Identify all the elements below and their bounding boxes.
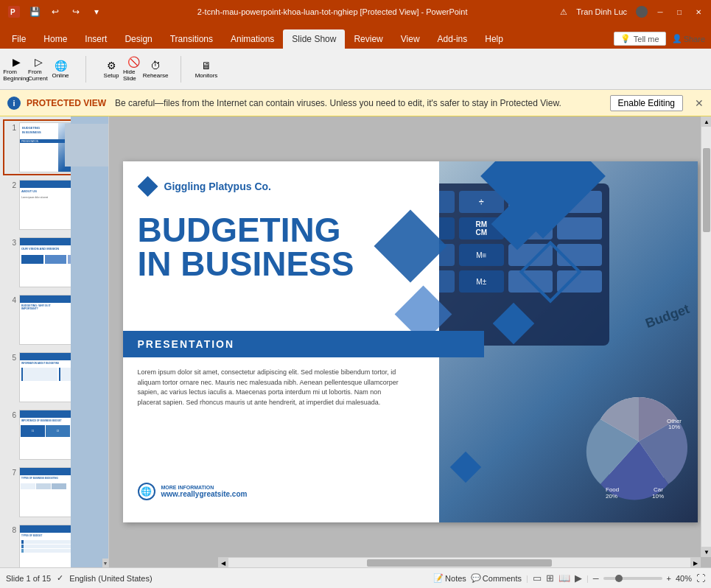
status-separator-2: | <box>586 574 589 583</box>
scroll-track-h <box>228 558 690 567</box>
hide-slide-button[interactable]: 🚫 Hide Slide <box>123 59 144 80</box>
status-separator-1: | <box>526 574 528 583</box>
close-protected-bar-button[interactable]: ✕ <box>695 97 704 109</box>
company-name-label: Giggling Platypus Co. <box>164 181 271 192</box>
scroll-track-v <box>701 127 711 547</box>
redo-button[interactable]: ↪ <box>68 4 84 20</box>
comments-button[interactable]: 💬 Comments <box>471 573 522 583</box>
zoom-plus-button[interactable]: + <box>667 574 671 583</box>
tab-design[interactable]: Design <box>116 29 161 49</box>
title-line1: BUDGETING <box>138 213 418 247</box>
maximize-button[interactable]: □ <box>673 5 686 18</box>
tell-me-box[interactable]: 💡 Tell me <box>614 32 666 46</box>
svg-text:10%: 10% <box>652 493 664 500</box>
tab-insert[interactable]: Insert <box>76 29 116 49</box>
slide-num-5: 5 <box>6 352 16 362</box>
present-online-button[interactable]: 🌐 Online <box>50 59 71 80</box>
slide-num-3: 3 <box>6 237 16 247</box>
share-button[interactable]: 👤 Share <box>672 34 705 43</box>
svg-text:10%: 10% <box>668 424 680 430</box>
main-area: ▲ 1 BUDGETING IN BUSINESS PRESENTATION 2… <box>0 116 711 567</box>
powerpoint-icon: P <box>6 4 22 20</box>
slide-num-8: 8 <box>6 525 16 534</box>
ribbon-tabs: File Home Insert Design Transitions Anim… <box>0 24 711 49</box>
logo-diamond-icon <box>138 176 158 197</box>
enable-editing-button[interactable]: Enable Editing <box>610 95 683 111</box>
tab-review[interactable]: Review <box>345 29 391 49</box>
scroll-up-button[interactable]: ▲ <box>701 116 711 127</box>
company-logo: Giggling Platypus Co. <box>138 176 271 197</box>
title-bar-left: P 💾 ↩ ↪ ▾ <box>6 4 105 20</box>
status-bar-right: 📝 Notes 💬 Comments | ▭ ⊞ 📖 ▶ | ─ + 40% ⛶ <box>433 573 705 584</box>
fit-slide-button[interactable]: ⛶ <box>696 573 705 584</box>
tab-animations[interactable]: Animations <box>222 29 283 49</box>
slide-thumb-4[interactable]: 4 BUDGETING: WHY IS ITIMPORTANT? <box>3 292 105 348</box>
monitors-group: 🖥 Monitors <box>196 59 217 80</box>
title-line2: IN BUSINESS <box>138 247 418 281</box>
more-info-label: MORE INFORMATION <box>161 485 248 490</box>
subtitle-label: PRESENTATION <box>138 338 235 350</box>
normal-view-button[interactable]: ▭ <box>533 573 542 584</box>
vertical-scrollbar[interactable]: ▲ ▼ <box>701 116 711 557</box>
slide-num-7: 7 <box>6 467 16 477</box>
website-url: www.reallygreatsite.com <box>161 490 248 498</box>
close-button[interactable]: ✕ <box>692 5 705 18</box>
spellcheck-icon[interactable]: ✓ <box>57 573 63 583</box>
scroll-thumb-h[interactable] <box>367 559 552 567</box>
scroll-thumb-v[interactable] <box>703 148 710 232</box>
presentation-bar: PRESENTATION <box>123 331 484 357</box>
tab-addins[interactable]: Add-ins <box>429 29 477 49</box>
protected-view-label: PROTECTED VIEW <box>27 98 106 108</box>
lightbulb-icon: 💡 <box>620 34 631 43</box>
person-icon: 👤 <box>672 34 682 43</box>
comments-icon: 💬 <box>471 573 481 583</box>
save-button[interactable]: 💾 <box>27 4 43 20</box>
slide-panel-scroll-down[interactable]: ▼ <box>102 559 108 567</box>
user-label: Tran Dinh Luc <box>576 7 627 16</box>
slide-num-4: 4 <box>6 295 16 304</box>
slide-sorter-button[interactable]: ⊞ <box>546 573 554 584</box>
customize-qat-button[interactable]: ▾ <box>88 4 105 20</box>
status-bar-left: Slide 1 of 15 ✓ English (United States) <box>6 573 424 583</box>
ribbon-separator-1 <box>85 56 86 83</box>
protected-view-bar: i PROTECTED VIEW Be careful—files from t… <box>0 90 711 116</box>
reading-view-button[interactable]: 📖 <box>558 573 570 584</box>
tab-home[interactable]: Home <box>35 29 76 49</box>
zoom-minus-button[interactable]: ─ <box>593 574 599 583</box>
scroll-left-button[interactable]: ◀ <box>218 558 228 567</box>
from-beginning-button[interactable]: ▶ From Beginning <box>6 59 27 80</box>
info-icon: i <box>7 97 21 110</box>
slide-num-2: 2 <box>6 180 16 189</box>
zoom-thumb[interactable] <box>615 575 623 582</box>
slide-num-6: 6 <box>6 410 16 419</box>
canvas-area: ✕ ÷ ─ RMCM + M≡ M± <box>109 116 711 567</box>
slide-main: ✕ ÷ ─ RMCM + M≡ M± <box>123 161 698 522</box>
svg-text:Food: Food <box>606 486 619 493</box>
scroll-down-button[interactable]: ▼ <box>701 547 711 557</box>
minimize-button[interactable]: ─ <box>654 5 667 18</box>
slide-body-text: Lorem ipsum dolor sit amet, consectetur … <box>138 368 403 407</box>
undo-button[interactable]: ↩ <box>47 4 63 20</box>
horizontal-scrollbar[interactable]: ◀ ▶ <box>218 557 701 567</box>
tab-help[interactable]: Help <box>476 29 512 49</box>
title-bar-right: ⚠ Tran Dinh Luc ─ □ ✕ <box>560 5 705 18</box>
slide-title: BUDGETING IN BUSINESS <box>138 213 418 281</box>
tab-view[interactable]: View <box>392 29 429 49</box>
zoom-slider[interactable] <box>603 577 662 580</box>
status-bar: Slide 1 of 15 ✓ English (United States) … <box>0 567 711 588</box>
slideshow-button[interactable]: ▶ <box>575 573 582 584</box>
notes-button[interactable]: 📝 Notes <box>433 573 466 583</box>
tab-slideshow[interactable]: Slide Show <box>283 29 345 49</box>
slide-link-section: 🌐 MORE INFORMATION www.reallygreatsite.c… <box>138 483 248 500</box>
start-slideshow-group: ▶ From Beginning ▷ From Current 🌐 Online <box>6 59 71 80</box>
protected-view-message: Be careful—files from the Internet can c… <box>115 98 604 108</box>
svg-text:20%: 20% <box>606 493 617 500</box>
tab-file[interactable]: File <box>3 29 35 49</box>
from-current-button[interactable]: ▷ From Current <box>28 59 49 80</box>
language-label: English (United States) <box>69 574 153 583</box>
setup-slideshow-button[interactable]: ⚙ Setup <box>101 59 122 80</box>
scroll-right-button[interactable]: ▶ <box>690 558 701 567</box>
rehearse-timings-button[interactable]: ⏱ Rehearse <box>145 59 166 80</box>
monitors-button[interactable]: 🖥 Monitors <box>196 59 217 80</box>
tab-transitions[interactable]: Transitions <box>161 29 222 49</box>
